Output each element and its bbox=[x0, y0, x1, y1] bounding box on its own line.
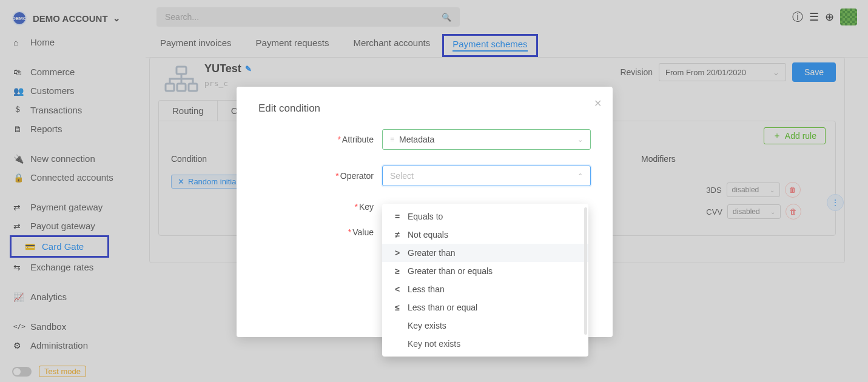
option-label: Greater than bbox=[408, 248, 456, 258]
option-label: Equals to bbox=[408, 212, 443, 221]
operator-dropdown: = Equals to ≠ Not equals > Greater than … bbox=[382, 204, 588, 357]
option-not-equals[interactable]: ≠ Not equals bbox=[382, 226, 588, 244]
list-icon: ≡ bbox=[390, 135, 394, 144]
option-less-equal[interactable]: ≤ Less than or equal bbox=[382, 298, 588, 317]
option-label: Key exists bbox=[408, 321, 446, 330]
chevron-down-icon: ⌄ bbox=[577, 136, 583, 144]
greater-equal-icon: ≥ bbox=[393, 266, 402, 276]
attribute-value: Metadata bbox=[399, 135, 434, 144]
dropdown-scrollbar[interactable] bbox=[584, 207, 587, 335]
operator-placeholder: Select bbox=[390, 171, 414, 181]
option-key-exists[interactable]: Key exists bbox=[382, 317, 588, 335]
attribute-select[interactable]: ≡ Metadata ⌄ bbox=[382, 129, 591, 150]
option-label: Key not exists bbox=[408, 339, 460, 349]
option-equals[interactable]: = Equals to bbox=[382, 207, 588, 226]
value-label: Value bbox=[352, 227, 374, 237]
option-label: Greater than or equals bbox=[408, 266, 493, 276]
option-key-not-exists[interactable]: Key not exists bbox=[382, 335, 588, 353]
not-equals-icon: ≠ bbox=[393, 230, 402, 240]
option-less-than[interactable]: < Less than bbox=[382, 280, 588, 298]
equals-icon: = bbox=[393, 212, 402, 221]
greater-icon: > bbox=[393, 248, 402, 258]
option-greater-than[interactable]: > Greater than bbox=[382, 244, 588, 262]
option-label: Less than bbox=[408, 284, 445, 294]
close-icon[interactable]: ✕ bbox=[594, 98, 602, 109]
chevron-up-icon: ⌃ bbox=[577, 172, 583, 180]
less-equal-icon: ≤ bbox=[393, 303, 402, 312]
operator-select[interactable]: Select ⌃ bbox=[382, 166, 591, 186]
option-label: Less than or equal bbox=[408, 303, 477, 312]
less-icon: < bbox=[393, 284, 402, 294]
attribute-label: Attribute bbox=[342, 135, 374, 144]
option-label: Not equals bbox=[408, 230, 448, 240]
key-label: Key bbox=[359, 202, 374, 212]
option-greater-equal[interactable]: ≥ Greater than or equals bbox=[382, 262, 588, 280]
modal-title: Edit condition bbox=[258, 102, 591, 115]
operator-label: Operator bbox=[340, 171, 374, 181]
